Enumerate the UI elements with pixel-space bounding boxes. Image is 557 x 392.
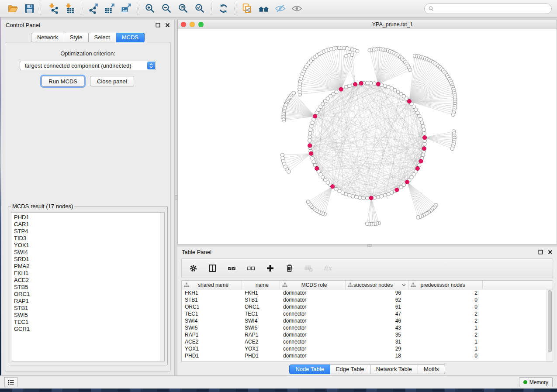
mcds-node[interactable] xyxy=(423,136,427,140)
network-node[interactable] xyxy=(420,121,424,124)
network-node[interactable] xyxy=(423,142,426,146)
first-neighbors-button[interactable] xyxy=(255,2,272,16)
network-node[interactable] xyxy=(365,81,369,85)
mcds-node[interactable] xyxy=(339,87,343,91)
mcds-node[interactable] xyxy=(369,196,373,200)
select-all-button[interactable] xyxy=(227,264,236,273)
tab-style[interactable]: Style xyxy=(64,33,89,42)
table-row[interactable]: YOX1YOX1connector291 xyxy=(182,345,553,352)
network-node[interactable] xyxy=(383,84,387,88)
table-row[interactable]: SWI4SWI4dominator462 xyxy=(182,317,553,324)
mcds-node[interactable] xyxy=(395,188,399,192)
network-node[interactable] xyxy=(422,131,426,135)
run-mcds-button[interactable]: Run MCDS xyxy=(42,76,84,86)
list-scrollbar[interactable] xyxy=(160,213,164,361)
close-window-icon[interactable] xyxy=(181,22,186,27)
mcds-result-item[interactable]: FKH1 xyxy=(11,270,164,277)
table-row[interactable]: TEC1TEC1connector472 xyxy=(182,310,553,317)
network-node[interactable] xyxy=(421,153,425,157)
tab-select[interactable]: Select xyxy=(89,33,116,42)
show-all-button[interactable] xyxy=(288,2,305,16)
network-node[interactable] xyxy=(344,192,348,196)
zoom-out-button[interactable] xyxy=(158,2,175,16)
mcds-node[interactable] xyxy=(313,114,317,118)
save-button[interactable] xyxy=(21,2,38,16)
mcds-result-item[interactable]: ORC1 xyxy=(11,291,164,298)
network-leaf-node[interactable] xyxy=(450,147,454,150)
import-table-button[interactable] xyxy=(61,2,78,16)
network-node[interactable] xyxy=(308,131,312,135)
column-header-mcds-role[interactable]: MCDS role xyxy=(280,281,346,289)
network-node[interactable] xyxy=(308,139,311,142)
network-leaf-node[interactable] xyxy=(408,68,412,72)
table-row[interactable]: ACE2ACE2connector311 xyxy=(182,338,553,345)
network-node[interactable] xyxy=(308,135,311,139)
copy-style-button[interactable] xyxy=(239,2,255,16)
tab-motifs[interactable]: Motifs xyxy=(418,364,445,374)
network-node[interactable] xyxy=(311,121,314,124)
network-node[interactable] xyxy=(335,187,338,191)
mcds-node[interactable] xyxy=(331,185,335,189)
network-node[interactable] xyxy=(311,157,314,160)
mcds-node[interactable] xyxy=(376,82,380,86)
network-node[interactable] xyxy=(335,90,338,94)
table-scrollbar[interactable] xyxy=(547,289,553,361)
maximize-window-icon[interactable] xyxy=(198,22,204,27)
network-node[interactable] xyxy=(369,81,373,85)
mcds-result-item[interactable]: RAP1 xyxy=(11,298,164,305)
network-node[interactable] xyxy=(416,111,419,114)
network-node[interactable] xyxy=(387,192,390,196)
criterion-dropdown[interactable]: largest connected component (undirected) xyxy=(20,61,156,70)
mcds-result-item[interactable]: STB5 xyxy=(11,284,164,291)
float-window-icon[interactable] xyxy=(538,250,543,254)
refresh-button[interactable] xyxy=(215,2,232,16)
export-table-button[interactable] xyxy=(101,2,118,16)
network-leaf-node[interactable] xyxy=(292,91,295,95)
mcds-node[interactable] xyxy=(359,81,363,85)
tab-edge-table[interactable]: Edge Table xyxy=(330,364,370,374)
mcds-result-item[interactable]: YOX1 xyxy=(11,242,164,249)
show-panel-list-button[interactable] xyxy=(4,377,17,387)
close-panel-icon[interactable] xyxy=(548,250,553,254)
float-window-icon[interactable] xyxy=(156,23,160,28)
network-leaf-node[interactable] xyxy=(451,113,455,117)
table-row[interactable]: SWI5SWI5connector431 xyxy=(182,324,553,331)
mcds-result-item[interactable]: STP4 xyxy=(11,228,164,235)
network-node[interactable] xyxy=(383,193,387,197)
network-node[interactable] xyxy=(341,191,344,194)
zoom-selected-button[interactable] xyxy=(191,2,208,16)
mcds-result-item[interactable]: SWI5 xyxy=(11,312,164,319)
network-leaf-node[interactable] xyxy=(350,53,354,56)
network-node[interactable] xyxy=(344,85,348,89)
mcds-node[interactable] xyxy=(315,166,319,170)
network-node[interactable] xyxy=(373,82,376,85)
mcds-result-item[interactable]: PMA2 xyxy=(11,263,164,270)
table-row[interactable]: PHD1PHD1dominator180 xyxy=(182,352,553,359)
table-row[interactable]: RAP1RAP1dominator352 xyxy=(182,331,553,338)
network-node[interactable] xyxy=(309,128,312,131)
search-box[interactable] xyxy=(424,3,552,14)
table-row[interactable]: STB1STB1dominator620 xyxy=(182,296,553,303)
search-input[interactable] xyxy=(434,5,548,12)
export-network-button[interactable] xyxy=(85,2,101,16)
mcds-result-item[interactable]: STB1 xyxy=(11,305,164,312)
columns-button[interactable] xyxy=(208,264,217,273)
network-leaf-node[interactable] xyxy=(365,222,369,226)
export-image-button[interactable] xyxy=(118,2,135,16)
open-button[interactable] xyxy=(4,2,21,16)
network-node[interactable] xyxy=(419,117,422,121)
network-node[interactable] xyxy=(380,195,383,198)
mcds-result-item[interactable]: PHD1 xyxy=(11,214,164,221)
network-node[interactable] xyxy=(422,128,426,131)
close-panel-icon[interactable] xyxy=(165,23,170,28)
mcds-result-item[interactable]: TEC1 xyxy=(11,319,164,326)
close-panel-button[interactable]: Close panel xyxy=(90,76,134,86)
mcds-result-item[interactable]: CAR1 xyxy=(11,221,164,228)
network-node[interactable] xyxy=(348,84,351,88)
column-header-name[interactable]: name xyxy=(242,281,280,289)
network-node[interactable] xyxy=(312,160,315,163)
mcds-result-item[interactable]: SWI4 xyxy=(11,249,164,256)
table-row[interactable]: ORC1ORC1dominator610 xyxy=(182,303,553,310)
network-node[interactable] xyxy=(351,195,355,198)
column-header-predecessor-nodes[interactable]: predecessor nodes xyxy=(408,281,483,289)
